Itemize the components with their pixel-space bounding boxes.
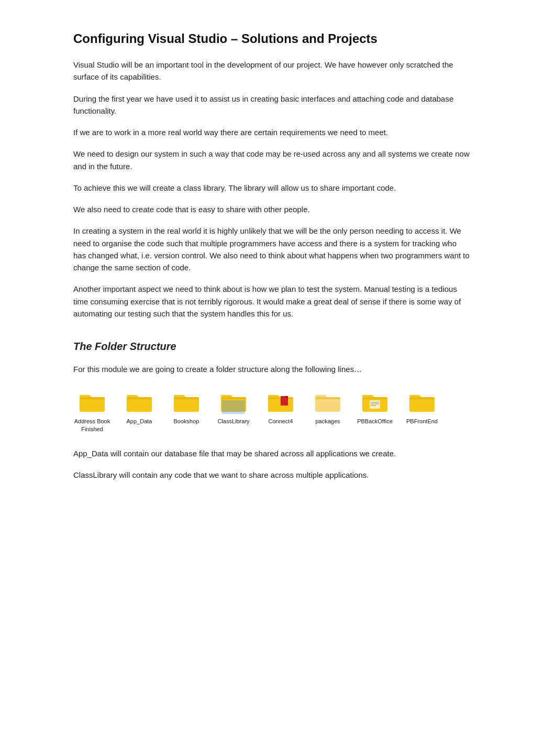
folder-icon-2 — [172, 390, 201, 415]
closing-paragraph-0: App_Data will contain our database file … — [73, 447, 471, 459]
paragraph-5: We also need to create code that is easy… — [73, 203, 471, 215]
folder-label-7: PBFrontEnd — [406, 418, 438, 425]
folder-label-6: PBBackOffice — [357, 418, 393, 425]
paragraph-7: Another important aspect we need to thin… — [73, 283, 471, 320]
svg-rect-13 — [315, 397, 340, 412]
folder-item-3: ClassLibrary — [215, 390, 252, 425]
closing-paragraphs: App_Data will contain our database file … — [73, 447, 471, 481]
folder-item-7: PBFrontEnd — [403, 390, 441, 425]
paragraph-4: To achieve this we will create a class l… — [73, 182, 471, 194]
folder-icon-0 — [77, 390, 107, 415]
paragraph-1: During the first year we have used it to… — [73, 93, 471, 117]
svg-rect-1 — [80, 397, 105, 399]
svg-rect-21 — [409, 397, 435, 412]
folder-icon-1 — [125, 390, 154, 415]
folder-item-5: packages — [309, 390, 347, 425]
paragraph-3: We need to design our system in such a w… — [73, 148, 471, 172]
folder-icon-6 — [360, 390, 390, 415]
page-title: Configuring Visual Studio – Solutions an… — [73, 31, 471, 46]
paragraph-0: Visual Studio will be an important tool … — [73, 59, 471, 83]
svg-rect-5 — [174, 397, 199, 399]
paragraph-2: If we are to work in a more real world w… — [73, 126, 471, 138]
folder-label-5: packages — [315, 418, 340, 425]
folder-icon-5 — [313, 390, 342, 415]
svg-rect-16 — [362, 397, 387, 399]
paragraph-6: In creating a system in the real world i… — [73, 225, 471, 273]
folder-section-subtitle: The Folder Structure — [73, 341, 471, 353]
svg-rect-22 — [409, 397, 435, 399]
svg-rect-8 — [222, 400, 245, 414]
svg-rect-7 — [221, 397, 246, 399]
folder-label-4: Connect4 — [268, 418, 293, 425]
closing-paragraph-1: ClassLibrary will contain any code that … — [73, 469, 471, 481]
folder-intro-text: For this module we are going to create a… — [73, 363, 471, 375]
folder-item-1: App_Data — [120, 390, 158, 425]
page-content: Configuring Visual Studio – Solutions an… — [42, 0, 492, 522]
svg-rect-4 — [174, 397, 199, 412]
svg-rect-0 — [80, 397, 105, 412]
svg-rect-14 — [315, 397, 340, 399]
folder-structure: Address BookFinished App_Data Bookshop C… — [73, 390, 471, 433]
folder-icon-3 — [219, 390, 248, 415]
folder-item-2: Bookshop — [168, 390, 205, 425]
folder-icon-4 — [266, 390, 295, 415]
svg-rect-3 — [127, 397, 152, 399]
folder-item-0: Address BookFinished — [73, 390, 111, 433]
svg-rect-2 — [127, 397, 152, 412]
folder-label-2: Bookshop — [174, 418, 199, 425]
intro-paragraphs: Visual Studio will be an important tool … — [73, 59, 471, 320]
folder-label-1: App_Data — [127, 418, 152, 425]
folder-label-0: Address BookFinished — [74, 418, 110, 433]
folder-item-4: Connect4 — [262, 390, 299, 425]
svg-rect-17 — [370, 400, 380, 409]
folder-label-3: ClassLibrary — [217, 418, 249, 425]
folder-icon-7 — [407, 390, 437, 415]
folder-item-6: PBBackOffice — [356, 390, 394, 425]
